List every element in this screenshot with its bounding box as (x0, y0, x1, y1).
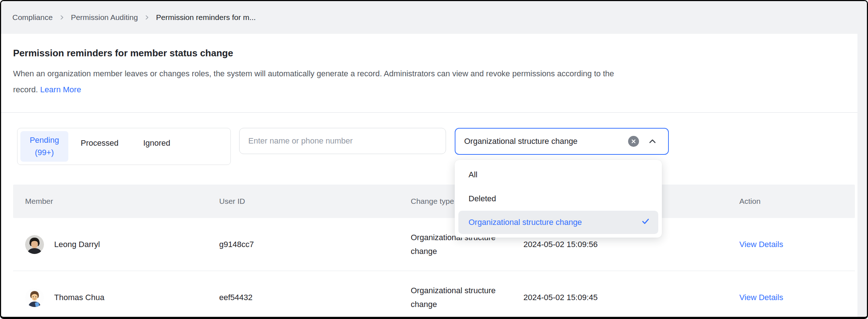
table-row: Leong Darryl g9148cc7 Organizational str… (13, 218, 855, 271)
option-label: Organizational structure change (469, 218, 582, 227)
col-action: Action (739, 197, 855, 206)
status-tab-group: Pending (99+) Processed Ignored (17, 128, 231, 165)
chevron-up-icon[interactable] (648, 137, 657, 146)
action-cell: View Details (739, 240, 855, 249)
page-header: Permission reminders for member status c… (1, 34, 867, 98)
filter-controls: Pending (99+) Processed Ignored Organiza… (1, 113, 867, 165)
chevron-right-icon (59, 14, 65, 21)
page-description-line1: When an organization member leaves or ch… (13, 69, 614, 78)
member-name: Leong Darryl (54, 240, 100, 249)
change-type-select[interactable]: Organizational structure change All Dele… (455, 128, 669, 155)
change-time-cell: 2024-05-02 15:09:56 (523, 240, 739, 249)
option-organizational-structure-change[interactable]: Organizational structure change (458, 211, 658, 234)
select-value: Organizational structure change (464, 137, 578, 146)
member-cell: Thomas Chua (13, 288, 219, 307)
circle-x-icon[interactable] (628, 136, 639, 147)
table-row: Thomas Chua eef54432 Organizational stru… (13, 271, 855, 319)
user-id-cell: g9148cc7 (219, 240, 411, 249)
member-cell: Leong Darryl (13, 235, 219, 254)
change-time-cell: 2024-05-02 15:09:45 (523, 293, 739, 302)
records-table: Member User ID Change type Change time A… (13, 185, 855, 319)
check-icon (641, 217, 650, 228)
change-type-cell: Organizational structure change (411, 284, 523, 311)
view-details-link[interactable]: View Details (739, 293, 783, 302)
male-cartoon-avatar (25, 288, 44, 307)
breadcrumb: Compliance Permission Auditing Permissio… (1, 1, 867, 34)
table-header-row: Member User ID Change type Change time A… (13, 185, 855, 218)
option-all[interactable]: All (455, 163, 662, 187)
search-box (239, 128, 446, 154)
col-user-id: User ID (219, 197, 411, 206)
option-deleted[interactable]: Deleted (455, 187, 662, 211)
page-description: When an organization member leaves or ch… (13, 66, 855, 98)
tab-processed[interactable]: Processed (68, 138, 131, 149)
breadcrumb-item-compliance[interactable]: Compliance (12, 13, 53, 22)
action-cell: View Details (739, 293, 855, 302)
page-description-line2: record. (13, 85, 38, 94)
chevron-right-icon (144, 14, 150, 21)
breadcrumb-item-current: Permission reminders for m... (156, 13, 256, 22)
male-photo-avatar (25, 235, 44, 254)
member-name: Thomas Chua (54, 293, 104, 302)
learn-more-link[interactable]: Learn More (40, 85, 81, 94)
tab-pending[interactable]: Pending (99+) (20, 131, 68, 162)
col-member: Member (13, 197, 219, 206)
page-title: Permission reminders for member status c… (13, 47, 855, 59)
tab-ignored[interactable]: Ignored (131, 138, 183, 149)
app-window: Compliance Permission Auditing Permissio… (0, 0, 868, 319)
search-input[interactable] (240, 128, 446, 154)
change-type-dropdown: All Deleted Organizational structure cha… (455, 160, 662, 238)
view-details-link[interactable]: View Details (739, 240, 783, 249)
user-id-cell: eef54432 (219, 293, 411, 302)
breadcrumb-item-permission-auditing[interactable]: Permission Auditing (71, 13, 138, 22)
